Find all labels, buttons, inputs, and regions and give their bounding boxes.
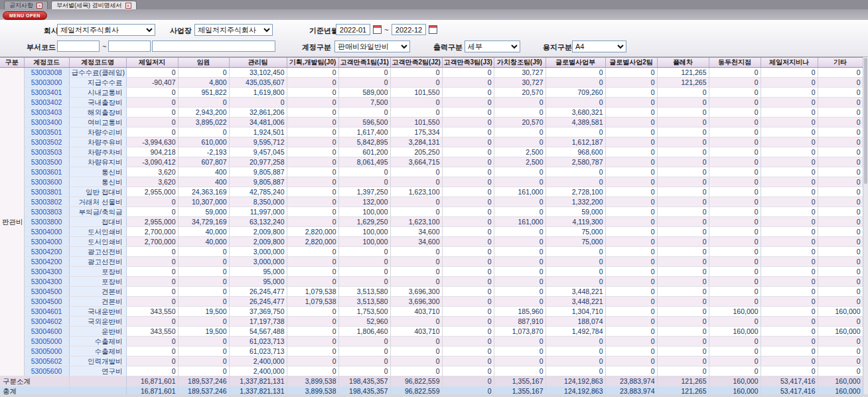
- amount-cell[interactable]: 96,822,559: [390, 386, 442, 395]
- table-row[interactable]: 53003403해외출장비02,943,20032,861,206000003,…: [0, 108, 863, 118]
- amount-cell[interactable]: 17,197,738: [229, 317, 287, 327]
- amount-cell[interactable]: 2,009,800: [229, 227, 287, 237]
- account-code-cell[interactable]: 53003600: [24, 177, 69, 187]
- amount-cell[interactable]: 20,570: [494, 118, 545, 127]
- table-row[interactable]: 53003600통신비3,6204009,805,88700000000000: [0, 177, 863, 187]
- amount-cell[interactable]: 53,417,416: [760, 386, 818, 395]
- amount-cell[interactable]: 0: [287, 337, 338, 347]
- amount-cell[interactable]: 0: [760, 137, 818, 147]
- amount-cell[interactable]: -3,994,630: [126, 137, 178, 147]
- amount-cell[interactable]: 0: [657, 347, 709, 357]
- amount-cell[interactable]: 0: [760, 227, 818, 237]
- table-row[interactable]: 53003601통신비3,6204009,805,88700000000000: [0, 167, 863, 177]
- workplace-select[interactable]: 제일저지주식회사: [194, 24, 273, 36]
- amount-cell[interactable]: 400: [178, 177, 229, 187]
- amount-cell[interactable]: 0: [709, 227, 760, 237]
- amount-cell[interactable]: 0: [338, 366, 390, 376]
- amount-cell[interactable]: 0: [605, 327, 657, 337]
- amount-cell[interactable]: 0: [442, 78, 494, 88]
- account-code-cell[interactable]: 53004300: [24, 277, 69, 287]
- amount-cell[interactable]: 0: [390, 197, 442, 207]
- amount-cell[interactable]: 0: [818, 337, 863, 347]
- column-header[interactable]: 계정코드: [24, 58, 69, 68]
- amount-cell[interactable]: 61,023,713: [229, 337, 287, 347]
- amount-cell[interactable]: 0: [605, 187, 657, 197]
- account-code-cell[interactable]: 53003400: [24, 118, 69, 127]
- output-type-select[interactable]: 세부: [465, 40, 520, 52]
- amount-cell[interactable]: 0: [605, 68, 657, 78]
- amount-cell[interactable]: 0: [126, 267, 178, 277]
- amount-cell[interactable]: 0: [494, 277, 545, 287]
- amount-cell[interactable]: 0: [605, 237, 657, 247]
- amount-cell[interactable]: 0: [494, 247, 545, 257]
- amount-cell[interactable]: 8,061,495: [338, 157, 390, 167]
- amount-cell[interactable]: 0: [287, 88, 338, 98]
- amount-cell[interactable]: 0: [709, 317, 760, 327]
- account-code-cell[interactable]: 53005600: [24, 366, 69, 376]
- account-code-cell[interactable]: 53004500: [24, 287, 69, 297]
- amount-cell[interactable]: 0: [390, 207, 442, 217]
- table-row[interactable]: 53004500견본비0026,245,4771,079,5383,513,58…: [0, 297, 863, 307]
- table-row[interactable]: 판관비53003008급수수료(클레임)0033,102,450000030,7…: [0, 68, 863, 78]
- amount-cell[interactable]: 59,000: [545, 207, 605, 217]
- amount-cell[interactable]: 160,000: [709, 376, 760, 386]
- close-icon[interactable]: ×: [36, 3, 42, 9]
- account-code-cell[interactable]: 53003503: [24, 147, 69, 157]
- table-row[interactable]: 53003803부의금/축의금059,00011,997,0000100,000…: [0, 207, 863, 217]
- amount-cell[interactable]: 0: [178, 257, 229, 267]
- amount-cell[interactable]: 0: [657, 287, 709, 297]
- amount-cell[interactable]: 75,000: [545, 237, 605, 247]
- table-row[interactable]: 53003500차량유지비-3,090,412607,80720,977,258…: [0, 157, 863, 167]
- amount-cell[interactable]: 0: [287, 347, 338, 357]
- account-name-cell[interactable]: 급수수료(클레임): [69, 68, 126, 78]
- amount-cell[interactable]: 0: [605, 227, 657, 237]
- amount-cell[interactable]: 9,805,887: [229, 177, 287, 187]
- amount-cell[interactable]: 0: [657, 108, 709, 118]
- amount-cell[interactable]: 0: [605, 247, 657, 257]
- amount-cell[interactable]: 0: [760, 317, 818, 327]
- amount-cell[interactable]: 0: [442, 127, 494, 137]
- amount-cell[interactable]: 0: [709, 247, 760, 257]
- amount-cell[interactable]: 0: [818, 237, 863, 247]
- amount-cell[interactable]: 0: [818, 257, 863, 267]
- amount-cell[interactable]: 185,960: [494, 307, 545, 317]
- account-code-cell[interactable]: 53003800: [24, 217, 69, 227]
- amount-cell[interactable]: 121,265: [657, 78, 709, 88]
- account-name-cell[interactable]: 연구비: [69, 366, 126, 376]
- account-code-cell[interactable]: 53004602: [24, 317, 69, 327]
- amount-cell[interactable]: 0: [709, 366, 760, 376]
- amount-cell[interactable]: 0: [442, 317, 494, 327]
- amount-cell[interactable]: 0: [545, 177, 605, 187]
- amount-cell[interactable]: 0: [709, 217, 760, 227]
- account-name-cell[interactable]: 국외운반비: [69, 317, 126, 327]
- amount-cell[interactable]: 0: [657, 237, 709, 247]
- period-from-input[interactable]: [336, 24, 370, 35]
- amount-cell[interactable]: 0: [494, 366, 545, 376]
- amount-cell[interactable]: 10,307,000: [178, 197, 229, 207]
- amount-cell[interactable]: 1,623,100: [390, 187, 442, 197]
- amount-cell[interactable]: 61,023,713: [229, 347, 287, 357]
- amount-cell[interactable]: 3,895,022: [178, 118, 229, 127]
- amount-cell[interactable]: 0: [390, 347, 442, 357]
- column-header[interactable]: 임원: [178, 58, 229, 68]
- account-code-cell[interactable]: 53005602: [24, 357, 69, 366]
- account-code-cell[interactable]: 53005000: [24, 347, 69, 357]
- table-row[interactable]: 53003402국내출장비00007,500000000000: [0, 98, 863, 108]
- amount-cell[interactable]: 1,492,784: [545, 327, 605, 337]
- amount-cell[interactable]: 160,000: [709, 386, 760, 395]
- amount-cell[interactable]: 160,000: [818, 386, 863, 395]
- amount-cell[interactable]: 0: [760, 88, 818, 98]
- amount-cell[interactable]: 0: [545, 267, 605, 277]
- amount-cell[interactable]: 0: [545, 347, 605, 357]
- amount-cell[interactable]: 2,955,000: [126, 187, 178, 197]
- account-code-cell[interactable]: 53004200: [24, 247, 69, 257]
- amount-cell[interactable]: 0: [338, 68, 390, 78]
- table-row[interactable]: 53003503차량주차비904,218-2,1939,457,0450601,…: [0, 147, 863, 157]
- amount-cell[interactable]: 0: [442, 187, 494, 197]
- account-code-cell[interactable]: 53003801: [24, 187, 69, 197]
- amount-cell[interactable]: 0: [287, 207, 338, 217]
- amount-cell[interactable]: 0: [760, 267, 818, 277]
- account-code-cell[interactable]: 53003802: [24, 197, 69, 207]
- amount-cell[interactable]: 1,332,200: [545, 197, 605, 207]
- amount-cell[interactable]: 0: [818, 167, 863, 177]
